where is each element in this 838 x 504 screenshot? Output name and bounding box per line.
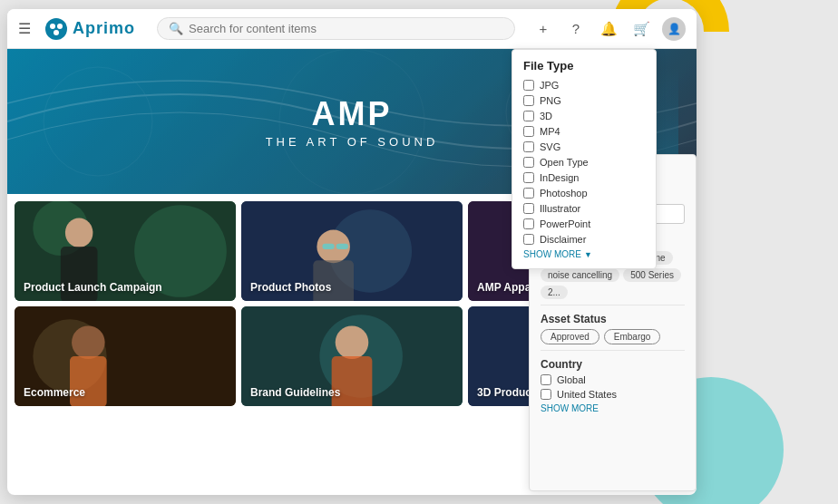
search-bar: 🔍 [157,17,515,40]
top-navigation: ☰ Aprimo 🔍 + ? 🔔 🛒 👤 [7,9,697,49]
country-show-more[interactable]: SHOW MORE [541,403,685,413]
svg-point-28 [72,325,105,359]
filetype-jpg-label: JPG [540,80,559,91]
grid-item-4[interactable]: Ecommerce [15,306,236,406]
hamburger-icon[interactable]: ☰ [18,20,31,37]
filetype-powerpoint-row: PowerPoint [523,218,645,229]
filetype-powerpoint-label: PowerPoint [540,218,590,229]
tag-500-series[interactable]: 500 Series [623,268,681,282]
filetype-photoshop-checkbox[interactable] [523,188,534,199]
filetype-photoshop-row: Photoshop [523,188,645,199]
filetype-png-checkbox[interactable] [523,95,534,106]
grid-item-5[interactable]: Brand Guidelines [241,306,463,406]
filetype-jpg-row: JPG [523,80,645,91]
country-us-checkbox[interactable] [541,389,551,400]
tag-noise-cancelling[interactable]: noise cancelling [541,268,619,282]
grid-item-2[interactable]: Product Photos [241,201,463,301]
grid-item-2-label: Product Photos [250,281,331,294]
filetype-disclaimer-checkbox[interactable] [523,234,534,245]
filetype-show-more[interactable]: SHOW MORE ▼ [523,249,645,259]
logo: Aprimo [44,16,135,42]
filetype-3d-label: 3D [540,111,552,121]
country-us-label: United States [557,389,617,400]
country-us-row: United States [541,389,685,400]
logo-text: Aprimo [73,19,135,38]
filetype-mp4-label: MP4 [540,126,560,137]
hero-subtitle: THE ART OF SOUND [266,135,439,149]
filetype-disclaimer-row: Disclaimer [523,234,645,245]
filetype-panel: File Type JPG PNG 3D MP4 SVG Open Type I… [512,49,657,269]
filetype-disclaimer-label: Disclaimer [540,234,586,245]
country-global-checkbox[interactable] [541,374,551,385]
hero-title: AMP [266,95,439,133]
cart-icon[interactable]: 🛒 [629,17,653,41]
filetype-jpg-checkbox[interactable] [523,80,534,91]
status-embargo[interactable]: Embargo [604,329,661,344]
filetype-3d-checkbox[interactable] [523,111,534,121]
filetype-opentype-label: Open Type [540,157,589,168]
tag-more[interactable]: 2... [541,286,568,299]
filetype-photoshop-label: Photoshop [540,188,588,199]
divider-2 [541,350,685,351]
filetype-title: File Type [523,59,645,73]
country-global-label: Global [557,374,586,385]
notifications-icon[interactable]: 🔔 [597,17,620,41]
grid-item-4-label: Ecommerce [24,386,85,399]
grid-item-1-label: Product Launch Campaign [24,281,162,294]
chevron-down-icon: ▼ [584,250,592,259]
svg-point-4 [44,67,152,176]
search-input[interactable] [189,22,503,35]
divider-1 [541,305,685,305]
svg-point-14 [65,218,93,247]
country-global-row: Global [541,374,685,385]
filetype-indesign-label: InDesign [540,172,579,183]
svg-point-2 [57,24,63,29]
filetype-powerpoint-checkbox[interactable] [523,218,534,229]
filetype-illustrator-checkbox[interactable] [523,203,534,214]
grid-item-5-label: Brand Guidelines [250,386,340,399]
filetype-3d-row: 3D [523,111,645,121]
avatar[interactable]: 👤 [662,17,686,41]
grid-item-1[interactable]: Product Launch Campaign [15,201,236,301]
filetype-svg-checkbox[interactable] [523,141,534,152]
aprimo-logo-icon [44,16,69,42]
add-icon[interactable]: + [531,17,555,41]
filetype-mp4-checkbox[interactable] [523,126,534,137]
country-title: Country [541,358,685,371]
svg-rect-20 [322,244,334,249]
help-icon[interactable]: ? [564,17,588,41]
search-icon: 🔍 [169,22,183,35]
filetype-indesign-row: InDesign [523,172,645,183]
filetype-opentype-checkbox[interactable] [523,157,534,168]
filetype-opentype-row: Open Type [523,157,645,168]
asset-status-title: Asset Status [541,313,685,325]
filetype-illustrator-label: Illustrator [540,203,580,214]
status-approved[interactable]: Approved [541,329,599,344]
svg-point-0 [45,18,67,40]
filetype-svg-row: SVG [523,141,645,152]
svg-point-3 [54,30,59,35]
filetype-png-label: PNG [540,95,561,106]
filetype-svg-label: SVG [540,141,560,152]
asset-status-options: Approved Embargo [541,329,685,344]
hero-text: AMP THE ART OF SOUND [266,95,439,149]
filetype-indesign-checkbox[interactable] [523,172,534,183]
svg-point-32 [336,325,369,359]
filetype-illustrator-row: Illustrator [523,203,645,214]
filetype-mp4-row: MP4 [523,126,645,137]
svg-rect-21 [336,244,348,249]
svg-point-1 [50,24,55,29]
filetype-png-row: PNG [523,95,645,106]
nav-icons: + ? 🔔 🛒 👤 [531,17,686,41]
